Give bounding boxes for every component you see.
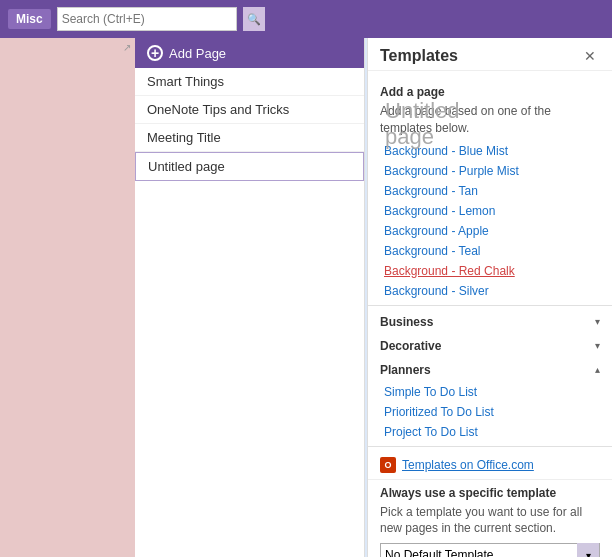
template-red-chalk[interactable]: Background - Red Chalk	[368, 261, 612, 281]
decorative-chevron: ▾	[595, 340, 600, 351]
template-prioritized-todo[interactable]: Prioritized To Do List	[368, 402, 612, 422]
resize-handle[interactable]: ↗	[123, 42, 131, 53]
main-area: ↗ + Add Page Smart Things OneNote Tips a…	[0, 38, 612, 557]
add-page-button[interactable]: + Add Page	[135, 38, 364, 68]
office-icon: O	[380, 457, 396, 473]
page-item-onenote-tips[interactable]: OneNote Tips and Tricks	[135, 96, 364, 124]
page-item-smart-things[interactable]: Smart Things	[135, 68, 364, 96]
template-silver[interactable]: Background - Silver	[368, 281, 612, 301]
search-box	[57, 7, 237, 31]
divider-2	[368, 446, 612, 447]
add-page-label: Add Page	[169, 46, 226, 61]
always-heading: Always use a specific template	[380, 486, 600, 500]
template-tan[interactable]: Background - Tan	[368, 181, 612, 201]
business-section[interactable]: Business ▾	[368, 310, 612, 334]
template-purple-mist[interactable]: Background - Purple Mist	[368, 161, 612, 181]
search-button[interactable]: 🔍	[243, 7, 265, 31]
page-list-panel: + Add Page Smart Things OneNote Tips and…	[135, 38, 365, 557]
templates-close-button[interactable]: ✕	[580, 46, 600, 66]
decorative-label: Decorative	[380, 339, 441, 353]
left-panel: ↗	[0, 38, 135, 557]
plus-circle-icon: +	[147, 45, 163, 61]
template-project-todo[interactable]: Project To Do List	[368, 422, 612, 442]
decorative-section[interactable]: Decorative ▾	[368, 334, 612, 358]
page-content: Untitled page	[365, 38, 367, 557]
template-teal[interactable]: Background - Teal	[368, 241, 612, 261]
template-apple[interactable]: Background - Apple	[368, 221, 612, 241]
page-item-meeting-title[interactable]: Meeting Title	[135, 124, 364, 152]
page-item-untitled[interactable]: Untitled page	[135, 152, 364, 181]
office-link[interactable]: Templates on Office.com	[402, 458, 534, 472]
office-link-row[interactable]: O Templates on Office.com	[368, 451, 612, 479]
planners-label: Planners	[380, 363, 431, 377]
always-section: Always use a specific template Pick a te…	[368, 479, 612, 557]
page-items: Smart Things OneNote Tips and Tricks Mee…	[135, 68, 364, 557]
business-label: Business	[380, 315, 433, 329]
misc-label[interactable]: Misc	[8, 9, 51, 29]
always-desc: Pick a template you want to use for all …	[380, 504, 600, 538]
templates-title: Templates	[380, 47, 458, 65]
template-lemon[interactable]: Background - Lemon	[368, 201, 612, 221]
page-title: Untitled page	[385, 98, 460, 150]
default-template-dropdown[interactable]: No Default Template	[381, 544, 577, 557]
templates-header: Templates ✕	[368, 38, 612, 71]
select-arrow-icon[interactable]: ▾	[577, 543, 599, 557]
planners-section[interactable]: Planners ▴	[368, 358, 612, 382]
default-template-select: No Default Template ▾	[380, 543, 600, 557]
business-chevron: ▾	[595, 316, 600, 327]
planners-chevron: ▴	[595, 364, 600, 375]
divider-1	[368, 305, 612, 306]
toolbar: Misc 🔍	[0, 0, 612, 38]
template-simple-todo[interactable]: Simple To Do List	[368, 382, 612, 402]
search-input[interactable]	[58, 12, 236, 26]
